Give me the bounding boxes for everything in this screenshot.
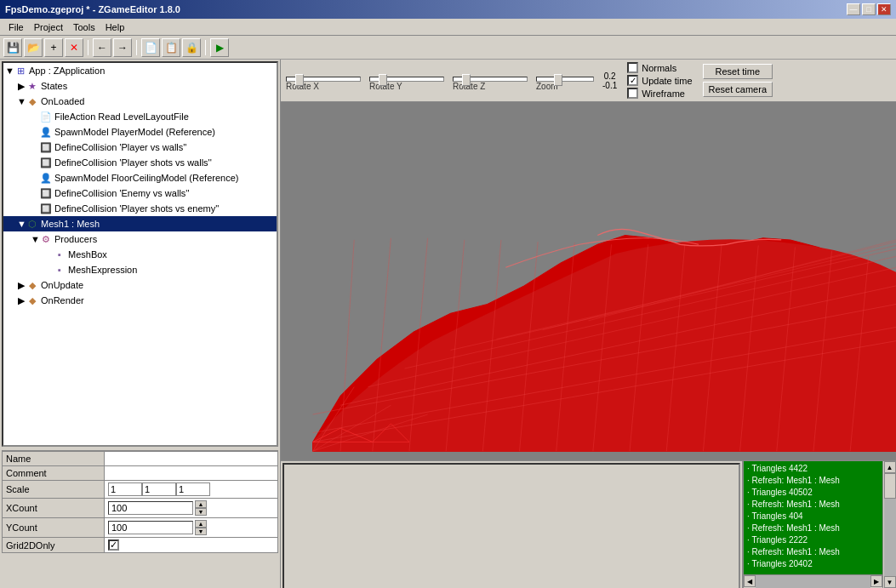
rotatex-thumb[interactable] <box>295 74 304 86</box>
expand-states[interactable]: ▶ <box>17 81 26 92</box>
close-button[interactable]: ✕ <box>877 3 891 15</box>
tree-item-mesh1[interactable]: ▼ ⬡ Mesh1 : Mesh <box>3 216 277 231</box>
menu-file[interactable]: File <box>3 20 29 34</box>
lock-button[interactable]: 🔒 <box>182 38 201 57</box>
tree-item-collision2[interactable]: 🔲 DefineCollision 'Player shots vs walls… <box>3 155 277 170</box>
wireframe-label: Update time <box>642 76 692 86</box>
wireframe-checkbox[interactable] <box>627 75 638 86</box>
label-onupdate: OnUpdate <box>41 280 83 290</box>
xcount-spinner: ▲ ▼ <box>195 500 207 516</box>
label-collision1: DefineCollision 'Player vs walls'' <box>54 142 186 152</box>
maximize-button[interactable]: □ <box>862 3 876 15</box>
label-spawnmodel1: SpawnModel PlayerModel (Reference) <box>54 127 215 137</box>
xcount-input[interactable] <box>108 501 193 515</box>
xcount-row: ▲ ▼ <box>108 500 274 516</box>
expand-producers[interactable]: ▼ <box>31 234 39 244</box>
properties-panel: Name Comment Scale <box>2 450 278 586</box>
scroll-left-button[interactable]: ◀ <box>744 575 756 587</box>
rotatey-thumb[interactable] <box>379 74 387 86</box>
prop-ycount-value[interactable]: ▲ ▼ <box>105 518 278 538</box>
rotatez-thumb[interactable] <box>462 74 471 86</box>
minimize-button[interactable]: — <box>847 3 860 15</box>
icon-mesh1: ⬡ <box>26 217 39 231</box>
undo-button[interactable]: ← <box>93 38 111 57</box>
label-meshexpression: MeshExpression <box>68 265 137 275</box>
save-button[interactable]: 💾 <box>3 38 22 57</box>
tree-item-collision3[interactable]: 🔲 DefineCollision 'Enemy vs walls'' <box>3 186 277 201</box>
prop-comment-value[interactable] <box>105 466 278 481</box>
tree-item-states[interactable]: ▶ ★ States <box>3 78 277 94</box>
icon-collision3: 🔲 <box>39 186 53 200</box>
prop-xcount-value[interactable]: ▲ ▼ <box>105 499 278 518</box>
tree-item-meshexpression[interactable]: ▪ MeshExpression <box>3 262 277 277</box>
tree-item-onloaded[interactable]: ▼ ◆ OnLoaded <box>3 94 277 109</box>
scale-y-input[interactable] <box>142 482 176 496</box>
scroll-down-button[interactable]: ▼ <box>884 576 896 588</box>
prop-scale-value[interactable] <box>105 481 278 499</box>
tree-item-fileaction[interactable]: 📄 FileAction Read LevelLayoutFile <box>3 109 277 124</box>
scroll-up-button[interactable]: ▲ <box>884 461 896 473</box>
rotatey-group: Rotate Y <box>369 70 446 91</box>
expand-mesh1[interactable]: ▼ <box>17 219 26 229</box>
tree-item-spawnmodel2[interactable]: 👤 SpawnModel FloorCeilingModel (Referenc… <box>3 170 277 186</box>
tree-item-producers[interactable]: ▼ ⚙ Producers <box>3 231 277 247</box>
grid2donly-checkbox[interactable]: ✓ <box>108 539 119 551</box>
redo-button[interactable]: → <box>113 38 132 57</box>
prop-xcount-label: XCount <box>3 499 105 518</box>
prop-name-label: Name <box>3 452 105 466</box>
zoom-thumb[interactable] <box>554 74 562 86</box>
menu-help[interactable]: Help <box>100 20 130 34</box>
play-button[interactable]: ▶ <box>210 38 229 57</box>
zoom-track[interactable] <box>536 77 594 82</box>
hscroll-track[interactable] <box>756 575 870 588</box>
reset-camera-button[interactable]: Reset camera <box>703 82 773 97</box>
scroll-right-button[interactable]: ▶ <box>870 575 882 587</box>
expand-onupdate[interactable]: ▶ <box>17 280 26 291</box>
rotatex-track[interactable] <box>286 77 361 82</box>
comment-input[interactable] <box>108 468 274 478</box>
ycount-down[interactable]: ▼ <box>195 528 207 535</box>
scale-x-input[interactable] <box>108 482 142 496</box>
copy-button[interactable]: 📄 <box>141 38 160 57</box>
xcount-down[interactable]: ▼ <box>195 508 207 516</box>
prop-grid2donly-value[interactable]: ✓ <box>105 538 278 553</box>
add-button[interactable]: + <box>44 38 63 57</box>
rotatez-track[interactable] <box>453 77 528 82</box>
scale-z-input[interactable] <box>176 482 210 496</box>
normals-checkbox[interactable] <box>627 62 638 73</box>
viewport-3d[interactable] <box>281 102 896 460</box>
log-line-9: · Triangles 20402 <box>747 558 879 570</box>
tree-item-app[interactable]: ▼ ⊞ App : ZApplication <box>3 63 277 78</box>
ycount-input[interactable] <box>108 521 193 534</box>
reset-time-button[interactable]: Reset time <box>703 64 773 79</box>
log-scrollbar-h[interactable]: ◀ ▶ <box>744 574 882 588</box>
tree-item-spawnmodel1[interactable]: 👤 SpawnModel PlayerModel (Reference) <box>3 124 277 140</box>
properties-table: Name Comment Scale <box>2 451 278 553</box>
name-input[interactable] <box>108 454 274 464</box>
tree-item-collision4[interactable]: 🔲 DefineCollision 'Player shots vs enemy… <box>3 201 277 216</box>
open-button[interactable]: 📂 <box>24 38 43 57</box>
tree-view[interactable]: ▼ ⊞ App : ZApplication ▶ ★ States ▼ ◆ On… <box>2 61 278 447</box>
tree-item-onupdate[interactable]: ▶ ◆ OnUpdate <box>3 277 277 293</box>
ycount-up[interactable]: ▲ <box>195 520 207 528</box>
vscroll-track[interactable] <box>884 473 896 576</box>
menu-project[interactable]: Project <box>29 20 68 34</box>
icon-states: ★ <box>26 79 39 93</box>
label-collision2: DefineCollision 'Player shots vs walls'' <box>54 157 212 168</box>
tree-item-onrender[interactable]: ▶ ◆ OnRender <box>3 293 277 308</box>
prop-name-value[interactable] <box>105 452 278 466</box>
updatetime-checkbox[interactable] <box>627 88 638 99</box>
log-line-4: · Refresh: Mesh1 : Mesh <box>747 499 879 511</box>
rotatey-track[interactable] <box>369 77 444 82</box>
delete-button[interactable]: ✕ <box>65 38 83 57</box>
expand-onloaded[interactable]: ▼ <box>17 96 26 106</box>
paste-button[interactable]: 📋 <box>162 38 180 57</box>
menu-tools[interactable]: Tools <box>68 20 100 34</box>
expand-onrender[interactable]: ▶ <box>17 295 26 306</box>
expand-app[interactable]: ▼ <box>5 66 14 76</box>
tree-item-collision1[interactable]: 🔲 DefineCollision 'Player vs walls'' <box>3 140 277 155</box>
xcount-up[interactable]: ▲ <box>195 500 207 508</box>
vscroll-thumb[interactable] <box>884 473 896 499</box>
log-scrollbar-v[interactable]: ▲ ▼ <box>882 461 896 588</box>
tree-item-meshbox[interactable]: ▪ MeshBox <box>3 247 277 262</box>
